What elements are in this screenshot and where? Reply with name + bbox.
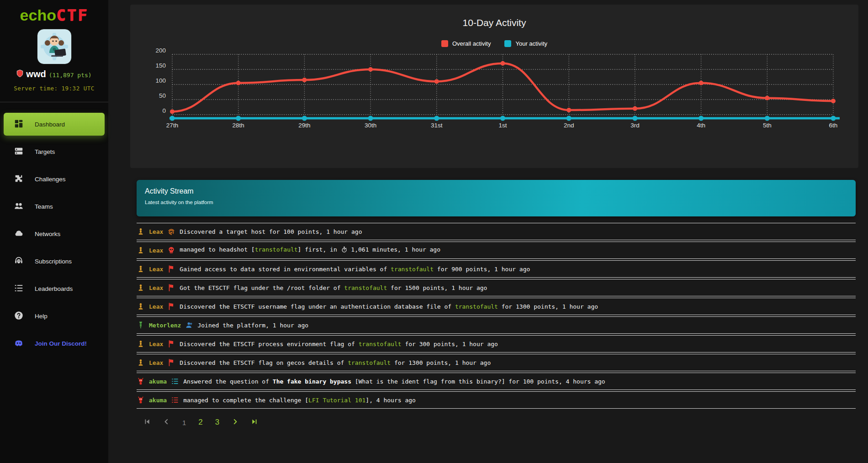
activity-row: akumamanaged to complete the challenge [… — [137, 391, 856, 409]
svg-text:30th: 30th — [365, 122, 376, 129]
sidebar-item-teams[interactable]: Teams — [0, 195, 108, 218]
activity-text: managed to headshot [transtofault] first… — [180, 246, 440, 254]
target-link[interactable]: transtofault — [391, 266, 434, 273]
activity-username[interactable]: Leax — [149, 228, 163, 235]
flag-icon — [167, 340, 175, 348]
flag-icon — [167, 284, 175, 292]
networks-icon — [14, 228, 24, 240]
svg-text:2nd: 2nd — [564, 122, 574, 129]
red-imp-avatar-icon — [137, 377, 145, 385]
activity-username[interactable]: Leax — [149, 247, 163, 254]
activity-username[interactable]: akuma — [149, 378, 167, 385]
pagination-first-button[interactable] — [144, 418, 151, 426]
legend-item-overall[interactable]: Overall activity — [441, 40, 491, 47]
checklist-icon — [171, 396, 179, 404]
sidebar-item-label: Networks — [35, 231, 60, 237]
pagination: 123 — [144, 418, 856, 427]
activity-text-segment: managed to headshot [ — [180, 246, 254, 253]
sidebar-item-label: Join Our Discord! — [35, 340, 87, 347]
user-avatar[interactable] — [37, 29, 71, 64]
skull-icon — [167, 246, 175, 254]
chart-legend: Overall activity Your activity — [130, 40, 858, 47]
sidebar-item-challenges[interactable]: Challenges — [0, 168, 108, 190]
activity-username[interactable]: Leax — [149, 359, 163, 366]
legend-label-overall: Overall activity — [452, 40, 491, 47]
activity-text-segment: Joined the platform, 1 hour ago — [197, 322, 308, 329]
target-link[interactable]: transtofault — [255, 246, 298, 253]
gold-figure-avatar-icon — [137, 358, 145, 367]
sidebar-item-dashboard[interactable]: Dashboard — [4, 113, 105, 136]
activity-text-segment: 1,061 minutes, 1 hour ago — [348, 246, 441, 253]
pagination-page-1: 1 — [182, 419, 186, 426]
target-link[interactable]: transtofault — [348, 359, 391, 366]
target-link[interactable]: transtofault — [344, 284, 387, 291]
activity-text: managed to complete the challenge [LFI T… — [183, 397, 416, 404]
activity-text: Discovered the ETSCTF username flag unde… — [180, 303, 598, 310]
activity-row: LeaxDiscovered the ETSCTF process enviro… — [137, 335, 856, 353]
activity-text: Answered the question of The fake binary… — [183, 378, 605, 385]
app-root: echoCTF wwd (11,897 pts) — [0, 0, 868, 463]
sidebar-item-subscriptions[interactable]: Subscriptions — [0, 250, 108, 273]
activity-text: Joined the platform, 1 hour ago — [197, 322, 308, 329]
user-joined-icon — [185, 321, 193, 329]
pagination-next-button[interactable] — [232, 418, 238, 426]
sidebar-item-targets[interactable]: Targets — [0, 140, 108, 163]
pagination-page-3[interactable]: 3 — [215, 418, 219, 427]
challenges-icon — [14, 174, 24, 185]
pagination-prev-button[interactable] — [163, 418, 170, 426]
activity-text-segment: for 300 points, 1 hour ago — [402, 341, 498, 347]
user-points: (11,897 pts) — [49, 72, 92, 79]
svg-text:4th: 4th — [697, 122, 705, 129]
pagination-page-2[interactable]: 2 — [198, 418, 202, 427]
activity-text-segment: Discovered the ETSCTF username flag unde… — [180, 303, 455, 310]
target-link[interactable]: transtofault — [359, 341, 402, 347]
activity-text-segment: ], 4 hours ago — [365, 397, 416, 404]
sidebar-item-networks[interactable]: Networks — [0, 222, 108, 245]
dashboard-icon — [14, 119, 24, 130]
target-link[interactable]: LFI Tutorial 101 — [308, 397, 365, 404]
user-summary: wwd (11,897 pts) — [16, 69, 91, 79]
activity-username[interactable]: Leax — [149, 284, 163, 291]
pagination-last-button[interactable] — [251, 418, 258, 426]
target-link[interactable]: transtofault — [455, 303, 498, 310]
activity-text: Gained access to data stored in environm… — [180, 266, 530, 273]
sidebar-item-label: Challenges — [35, 176, 66, 183]
server-time: Server time: 19:32 UTC — [14, 85, 95, 92]
subscriptions-icon — [14, 256, 24, 267]
logo-ctf: CTF — [56, 6, 88, 24]
shield-icon — [16, 69, 23, 77]
echoctf-logo[interactable]: echoCTF — [20, 7, 89, 23]
activity-username[interactable]: Leax — [149, 266, 163, 273]
teams-icon — [14, 201, 24, 212]
legend-item-your[interactable]: Your activity — [504, 40, 547, 47]
sidebar-nav: DashboardTargetsChallengesTeamsNetworksS… — [0, 110, 108, 357]
svg-text:6th: 6th — [829, 122, 838, 129]
activity-text-segment: Got the ETSCTF flag under the /root fold… — [180, 284, 344, 291]
gold-figure-avatar-icon — [137, 227, 145, 236]
activity-stream-list: LeaxDiscovered a target host for 100 poi… — [137, 223, 856, 409]
activity-username[interactable]: akuma — [149, 397, 167, 404]
red-imp-avatar-icon — [137, 396, 145, 404]
green-syringe-avatar-icon — [137, 321, 145, 329]
activity-username[interactable]: Leax — [149, 303, 163, 310]
chart-title: 10-Day Activity — [130, 17, 858, 28]
gold-figure-avatar-icon — [137, 246, 145, 254]
activity-text-segment: [What is the ident flag from this binary… — [351, 378, 605, 385]
activity-username[interactable]: Leax — [149, 341, 163, 347]
sidebar-item-help[interactable]: Help — [0, 305, 108, 327]
activity-text-segment: Discovered the ETSCTF flag on gecos deta… — [180, 359, 348, 366]
page-last-icon — [251, 418, 258, 426]
legend-label-your: Your activity — [515, 40, 547, 47]
activity-row: Leaxmanaged to headshot [transtofault] f… — [137, 242, 856, 259]
svg-text:50: 50 — [159, 92, 166, 99]
activity-text-segment: Discovered a target host for 100 points,… — [180, 228, 362, 235]
gold-figure-avatar-icon — [137, 284, 145, 292]
sidebar-item-join-our-discord[interactable]: Join Our Discord! — [0, 332, 108, 355]
sidebar-item-leaderboards[interactable]: Leaderboards — [0, 277, 108, 300]
activity-row: MetorlenzJoined the platform, 1 hour ago — [137, 316, 856, 334]
activity-text-segment: Answered the question of — [183, 378, 273, 385]
activity-username[interactable]: Metorlenz — [149, 322, 181, 329]
gold-figure-avatar-icon — [137, 340, 145, 348]
svg-text:3rd: 3rd — [630, 122, 640, 129]
sidebar-item-label: Dashboard — [35, 121, 65, 128]
